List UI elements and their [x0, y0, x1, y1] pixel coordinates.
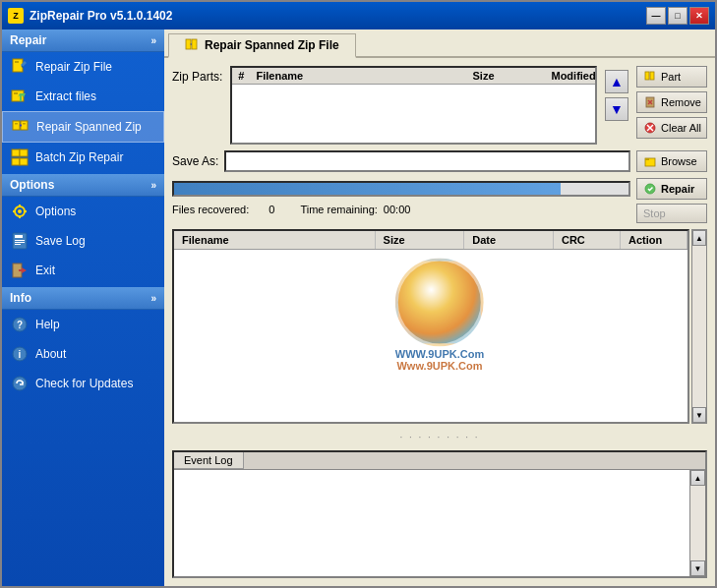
repair-button[interactable]: Repair — [636, 178, 707, 200]
sidebar-item-batch-zip-repair[interactable]: Batch Zip Repair — [2, 143, 164, 172]
stop-button-label: Stop — [643, 207, 666, 219]
svg-rect-19 — [15, 235, 23, 238]
sidebar-item-exit-label: Exit — [35, 264, 55, 277]
progress-section: Repair Files recovered: 0 Time remaining… — [172, 178, 707, 223]
help-icon: ? — [10, 315, 30, 334]
sidebar-item-about[interactable]: i About — [2, 339, 164, 369]
sidebar-header-options: Options » — [2, 174, 164, 197]
svg-rect-10 — [12, 158, 20, 165]
title-bar: Z ZipRepair Pro v5.1.0.1402 — □ ✕ — [2, 2, 715, 29]
svg-rect-6 — [15, 123, 18, 125]
save-as-row: Save As: Browse — [172, 150, 707, 172]
svg-rect-20 — [15, 240, 25, 241]
main-content: Repair » Repair Zip File — [2, 29, 715, 586]
col-size: Size — [466, 68, 545, 85]
svg-rect-29 — [186, 39, 191, 49]
event-log-content[interactable] — [174, 470, 689, 576]
window-controls: — □ ✕ — [646, 7, 709, 25]
svg-rect-2 — [12, 90, 24, 101]
repair-spanned-icon — [11, 117, 30, 137]
svg-rect-32 — [645, 72, 649, 80]
sidebar-section-options: Options » Options — [2, 174, 164, 285]
move-up-button[interactable]: ▲ — [605, 70, 628, 93]
event-log-section: Event Log ▲ ▼ — [172, 450, 707, 578]
maximize-button[interactable]: □ — [668, 7, 687, 25]
files-recovered-value: 0 — [269, 204, 274, 215]
vscroll-up-btn[interactable]: ▲ — [692, 230, 706, 246]
file-col-date: Date — [464, 231, 554, 250]
svg-text:?: ? — [17, 320, 23, 330]
tab-icon — [185, 38, 199, 52]
remove-button[interactable]: Remove — [636, 91, 707, 113]
event-log-vscroll-up[interactable]: ▲ — [690, 470, 705, 486]
arrow-buttons: ▲ ▼ — [605, 66, 628, 121]
sidebar: Repair » Repair Zip File — [2, 29, 164, 586]
svg-rect-4 — [13, 121, 20, 130]
sidebar-item-repair-spanned-zip[interactable]: Repair Spanned Zip — [2, 111, 164, 143]
right-panel: Repair Spanned Zip File Zip Parts: # Fil… — [164, 29, 715, 586]
file-table: Filename Size Date CRC Action — [174, 231, 687, 250]
svg-rect-1 — [15, 61, 19, 63]
exit-icon — [10, 261, 30, 280]
event-log-vscroll[interactable]: ▲ ▼ — [689, 470, 705, 576]
sidebar-section-repair-label: Repair — [10, 33, 46, 47]
sidebar-header-repair: Repair » — [2, 29, 164, 52]
svg-rect-3 — [14, 92, 18, 94]
save-as-input[interactable] — [224, 150, 630, 172]
progress-bar-fill — [174, 183, 561, 195]
file-col-action: Action — [620, 231, 687, 250]
sidebar-item-check-updates-label: Check for Updates — [35, 377, 133, 390]
sidebar-header-info: Info » — [2, 287, 164, 310]
file-list-vscroll[interactable]: ▲ ▼ — [691, 229, 707, 424]
svg-text:i: i — [19, 349, 22, 360]
tab-repair-spanned-zip[interactable]: Repair Spanned Zip File — [168, 33, 356, 58]
minimize-button[interactable]: — — [646, 7, 666, 25]
clear-all-button-label: Clear All — [661, 122, 701, 134]
svg-point-28 — [13, 377, 27, 390]
close-button[interactable]: ✕ — [689, 7, 709, 25]
col-hash: # — [232, 68, 250, 85]
vscroll-down-btn[interactable]: ▼ — [692, 407, 706, 423]
vscroll-track — [692, 246, 706, 407]
tab-label: Repair Spanned Zip File — [205, 38, 339, 52]
browse-button[interactable]: Browse — [636, 150, 707, 172]
sidebar-item-save-log-label: Save Log — [35, 234, 86, 248]
sidebar-item-repair-zip-label: Repair Zip File — [35, 60, 112, 74]
event-log-tab[interactable]: Event Log — [174, 452, 244, 469]
window-title: ZipRepair Pro v5.1.0.1402 — [30, 9, 646, 23]
sidebar-item-about-label: About — [35, 347, 66, 361]
svg-rect-7 — [23, 123, 26, 125]
repair-button-label: Repair — [661, 183, 694, 195]
sidebar-item-save-log[interactable]: Save Log — [2, 226, 164, 256]
svg-rect-8 — [12, 149, 20, 156]
sidebar-item-repair-zip-file[interactable]: Repair Zip File — [2, 52, 164, 82]
check-updates-icon — [10, 374, 30, 393]
event-log-vscroll-down[interactable]: ▼ — [690, 560, 705, 576]
sidebar-item-extract-label: Extract files — [35, 89, 96, 103]
sidebar-item-exit[interactable]: Exit — [2, 256, 164, 285]
sidebar-item-help[interactable]: ? Help — [2, 310, 164, 339]
sidebar-item-extract-files[interactable]: Extract files — [2, 82, 164, 111]
sidebar-section-info-label: Info — [10, 291, 31, 305]
sidebar-item-help-label: Help — [35, 318, 60, 331]
sidebar-item-check-updates[interactable]: Check for Updates — [2, 369, 164, 398]
app-icon: Z — [8, 8, 24, 24]
save-as-label: Save As: — [172, 154, 218, 168]
zip-parts-row: Zip Parts: # Filename Size Modified — [172, 66, 707, 145]
zip-parts-table: # Filename Size Modified — [232, 68, 597, 85]
remove-icon — [643, 95, 657, 109]
col-filename: Filename — [250, 68, 466, 85]
svg-rect-22 — [15, 244, 21, 245]
clear-all-button[interactable]: Clear All — [636, 117, 707, 139]
sidebar-item-options[interactable]: Options — [2, 197, 164, 226]
part-button[interactable]: Part — [636, 66, 707, 88]
extract-icon — [10, 87, 30, 106]
svg-rect-30 — [192, 39, 197, 49]
file-list-wrapper: Filename Size Date CRC Action — [172, 229, 707, 424]
file-list-container[interactable]: Filename Size Date CRC Action — [172, 229, 689, 424]
stop-button[interactable]: Stop — [636, 204, 707, 223]
repair-zip-icon — [10, 57, 30, 77]
separator-dots: · · · · · · · · · — [172, 430, 707, 444]
tab-bar: Repair Spanned Zip File — [164, 29, 715, 58]
move-down-button[interactable]: ▼ — [605, 97, 628, 121]
